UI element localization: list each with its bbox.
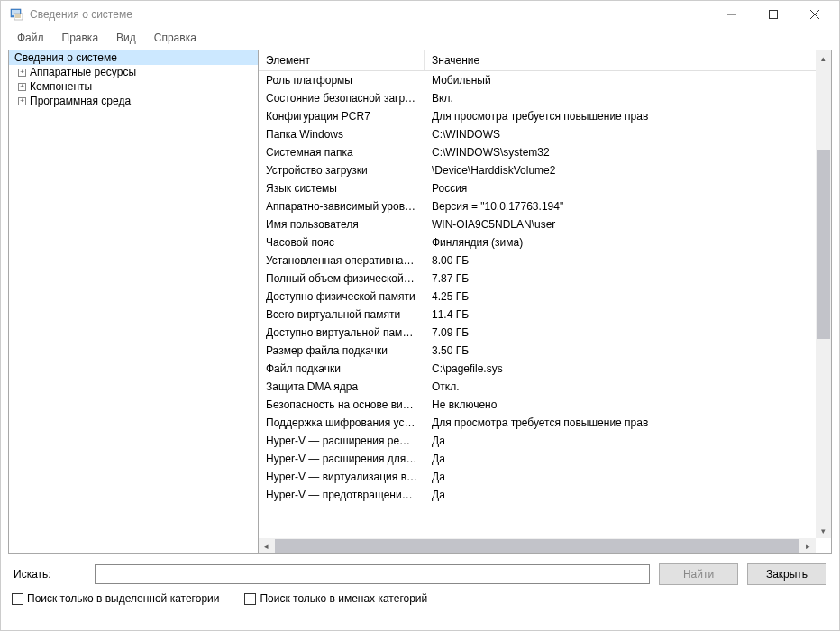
svg-rect-6 [770,11,778,19]
table-row[interactable]: Hyper-V — расширения для п...Да [259,450,816,468]
close-search-button[interactable]: Закрыть [747,563,826,585]
table-row[interactable]: Hyper-V — виртуализация вкл...Да [259,468,816,486]
cell-element: Безопасность на основе вирту... [259,397,425,413]
cell-element: Всего виртуальной памяти [259,306,425,323]
cell-value: C:\WINDOWS\system32 [425,144,816,160]
table-row[interactable]: Доступно виртуальной памяти7.09 ГБ [259,324,816,342]
titlebar[interactable]: Сведения о системе [1,1,839,28]
tree-item-label: Аппаратные ресурсы [30,66,136,78]
checkbox-icon[interactable] [12,593,23,605]
cell-value: Да [425,451,816,467]
search-bar: Искать: Найти Закрыть [1,554,839,589]
cell-value: 8.00 ГБ [425,252,816,269]
maximize-button[interactable] [753,1,794,28]
checkbox-label-names: Поиск только в именах категорий [260,592,427,605]
table-row[interactable]: Часовой поясФинляндия (зима) [259,233,816,251]
table-row[interactable]: Состояние безопасной загруз...Вкл. [259,89,816,107]
tree-item[interactable]: +Компоненты [9,79,258,94]
cell-value: Версия = "10.0.17763.194" [425,198,816,215]
list-pane: Элемент Значение Роль платформыМобильный… [259,50,832,554]
cell-element: Доступно виртуальной памяти [259,325,425,341]
column-value[interactable]: Значение [425,50,816,70]
cell-value: Не включено [425,397,816,413]
hscroll-thumb[interactable] [275,539,799,553]
svg-rect-2 [14,14,23,20]
table-row[interactable]: Роль платформыМобильный [259,71,816,89]
table-row[interactable]: Доступно физической памяти4.25 ГБ [259,288,816,306]
checkbox-selected-category[interactable]: Поиск только в выделенной категории [12,592,219,605]
cell-value: C:\WINDOWS [425,126,816,142]
table-row[interactable]: Папка WindowsC:\WINDOWS [259,125,816,143]
expand-icon[interactable]: + [18,97,26,105]
column-element[interactable]: Элемент [259,50,425,70]
expand-icon[interactable]: + [18,69,26,77]
table-row[interactable]: Аппаратно-зависимый уровен...Версия = "1… [259,197,816,215]
close-button[interactable] [794,1,835,28]
table-row[interactable]: Защита DMA ядраОткл. [259,378,816,396]
tree-root[interactable]: Сведения о системе [9,50,258,65]
scroll-right-icon[interactable]: ▸ [800,538,816,553]
scroll-left-icon[interactable]: ◂ [259,538,274,553]
window-controls [711,1,835,28]
cell-value: C:\pagefile.sys [425,361,816,377]
expand-icon[interactable]: + [18,83,26,91]
cell-element: Системная папка [259,144,425,160]
scroll-down-icon[interactable]: ▾ [816,523,831,538]
table-row[interactable]: Имя пользователяWIN-OIA9C5NDLAN\user [259,215,816,233]
cell-element: Полный объем физической па... [259,270,425,287]
scroll-up-icon[interactable]: ▴ [816,50,831,66]
table-row[interactable]: Hyper-V — предотвращение в...Да [259,486,816,504]
content-area: Сведения о системе +Аппаратные ресурсы+К… [1,50,839,554]
cell-element: Состояние безопасной загруз... [259,90,425,106]
table-row[interactable]: Язык системыРоссия [259,179,816,197]
cell-value: 3.50 ГБ [425,343,816,359]
minimize-button[interactable] [711,1,753,28]
cell-value: Для просмотра требуется повышение прав [425,108,816,124]
cell-element: Часовой пояс [259,234,425,251]
menu-help[interactable]: Справка [145,30,205,46]
table-row[interactable]: Файл подкачкиC:\pagefile.sys [259,360,816,378]
table-row[interactable]: Поддержка шифрования устр...Для просмотр… [259,414,816,432]
cell-value: Финляндия (зима) [425,234,816,251]
table-row[interactable]: Hyper-V — расширения режи...Да [259,432,816,450]
cell-value: Откл. [425,379,816,395]
tree-item[interactable]: +Программная среда [9,94,258,108]
search-input[interactable] [95,564,650,584]
table-row[interactable]: Конфигурация PCR7Для просмотра требуется… [259,107,816,125]
tree-item-label: Программная среда [30,95,131,107]
cell-element: Роль платформы [259,72,425,88]
cell-element: Доступно физической памяти [259,288,425,305]
menu-file[interactable]: Файл [8,30,53,46]
cell-value: Россия [425,180,816,197]
table-row[interactable]: Полный объем физической па...7.87 ГБ [259,270,816,288]
checkbox-category-names[interactable]: Поиск только в именах категорий [244,592,427,605]
tree-item[interactable]: +Аппаратные ресурсы [9,65,258,79]
table-row[interactable]: Установленная оперативная п...8.00 ГБ [259,251,816,270]
table-row[interactable]: Размер файла подкачки3.50 ГБ [259,342,816,360]
find-button[interactable]: Найти [659,563,738,585]
cell-value: Вкл. [425,90,816,106]
checkbox-label-selected: Поиск только в выделенной категории [27,592,219,605]
menu-view[interactable]: Вид [107,30,145,46]
cell-element: Имя пользователя [259,216,425,233]
table-row[interactable]: Системная папкаC:\WINDOWS\system32 [259,143,816,161]
scroll-thumb[interactable] [817,150,830,339]
cell-value: 7.09 ГБ [425,325,816,341]
cell-element: Hyper-V — виртуализация вкл... [259,469,425,485]
table-row[interactable]: Устройство загрузки\Device\HarddiskVolum… [259,161,816,179]
cell-element: Hyper-V — расширения для п... [259,451,425,467]
vertical-scrollbar[interactable]: ▴ ▾ [816,50,831,538]
cell-value: 11.4 ГБ [425,306,816,323]
table-row[interactable]: Безопасность на основе вирту...Не включе… [259,396,816,414]
cell-element: Файл подкачки [259,361,425,377]
checkbox-icon[interactable] [244,593,256,605]
cell-element: Защита DMA ядра [259,379,425,395]
tree-pane[interactable]: Сведения о системе +Аппаратные ресурсы+К… [8,50,259,554]
cell-value: \Device\HarddiskVolume2 [425,162,816,178]
menu-edit[interactable]: Правка [53,30,108,46]
table-row[interactable]: Всего виртуальной памяти11.4 ГБ [259,306,816,324]
cell-element: Язык системы [259,180,425,197]
horizontal-scrollbar[interactable]: ◂ ▸ [259,538,816,553]
cell-element: Аппаратно-зависимый уровен... [259,198,425,215]
list-body[interactable]: Роль платформыМобильныйСостояние безопас… [259,71,816,538]
